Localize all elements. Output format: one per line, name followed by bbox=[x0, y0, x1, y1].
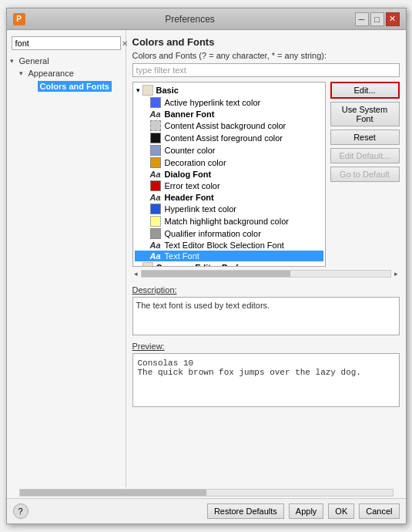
description-box: The text font is used by text editors. bbox=[132, 297, 400, 335]
preview-area: Preview: Consolas 10The quick brown fox … bbox=[132, 342, 400, 407]
title-bar: P Preferences ─ □ ✕ bbox=[7, 8, 406, 30]
group-label-basic: Basic bbox=[156, 86, 179, 95]
item-label: Text Font bbox=[165, 251, 199, 261]
ok-button[interactable]: OK bbox=[328, 503, 354, 519]
font-indicator: Aa bbox=[150, 109, 161, 119]
list-group-basic[interactable]: ▾ Basic bbox=[135, 84, 323, 96]
maximize-button[interactable]: □ bbox=[370, 12, 384, 26]
list-item[interactable]: Aa Text Editor Block Selection Font bbox=[135, 240, 323, 251]
search-input[interactable] bbox=[15, 39, 122, 48]
filter-hint: Colors and Fonts (? = any character, * =… bbox=[132, 51, 400, 60]
edit-default-button[interactable]: Edit Default... bbox=[330, 148, 400, 163]
section-title: Colors and Fonts bbox=[132, 36, 400, 48]
item-label: Active hyperlink text color bbox=[165, 98, 261, 107]
filter-input[interactable]: type filter text bbox=[132, 63, 400, 77]
reset-button[interactable]: Reset bbox=[330, 130, 400, 145]
left-panel: ✕ ▾ General ▾ Appearance Colors and Font… bbox=[7, 30, 126, 487]
color-swatch bbox=[150, 216, 161, 227]
color-swatch bbox=[150, 145, 161, 156]
list-item[interactable]: Counter color bbox=[135, 144, 323, 157]
item-label: Qualifier information color bbox=[165, 229, 261, 238]
item-label: Decoration color bbox=[165, 158, 226, 167]
item-label: Error text color bbox=[165, 181, 220, 190]
scroll-right-icon[interactable]: ▸ bbox=[393, 268, 400, 279]
color-swatch bbox=[150, 97, 161, 108]
window-controls: ─ □ ✕ bbox=[355, 12, 400, 26]
app-icon: P bbox=[13, 13, 25, 25]
colors-area: ▾ Basic Active hyperlink text color Aa bbox=[132, 82, 400, 267]
edit-button[interactable]: Edit... bbox=[330, 82, 400, 99]
bottom-buttons: ? Restore Defaults Apply OK Cancel bbox=[7, 498, 406, 524]
list-item[interactable]: Decoration color bbox=[135, 157, 323, 169]
preview-box: Consolas 10The quick brown fox jumps ove… bbox=[132, 353, 400, 407]
preview-text: Consolas 10The quick brown fox jumps ove… bbox=[138, 359, 394, 377]
action-buttons: Edit... Use System Font Reset Edit Defau… bbox=[330, 82, 400, 267]
item-label: Header Font bbox=[165, 193, 214, 202]
preferences-dialog: P Preferences ─ □ ✕ ✕ ▾ General ▾ Appe bbox=[6, 8, 407, 524]
tree-view: ▾ General ▾ Appearance Colors and Fonts bbox=[7, 53, 126, 484]
restore-scrollbar[interactable] bbox=[19, 489, 394, 497]
font-indicator: Aa bbox=[150, 193, 161, 202]
use-system-font-button[interactable]: Use System Font bbox=[330, 102, 400, 126]
color-swatch bbox=[150, 133, 161, 143]
restore-defaults-button[interactable]: Restore Defaults bbox=[207, 503, 284, 519]
right-panel: Colors and Fonts Colors and Fonts (? = a… bbox=[126, 30, 406, 487]
list-item[interactable]: Aa Dialog Font bbox=[135, 169, 323, 180]
tree-item-appearance[interactable]: ▾ Appearance bbox=[10, 67, 122, 79]
search-box: ✕ bbox=[12, 36, 121, 50]
preview-label: Preview: bbox=[132, 342, 400, 351]
restore-thumb bbox=[20, 490, 206, 496]
font-indicator: Aa bbox=[150, 170, 161, 179]
list-item-selected[interactable]: Aa Text Font bbox=[135, 251, 323, 261]
font-indicator: Aa bbox=[150, 251, 161, 261]
list-item[interactable]: Aa Banner Font bbox=[135, 109, 323, 120]
dialog-title: Preferences bbox=[25, 14, 355, 25]
close-button[interactable]: ✕ bbox=[386, 12, 400, 26]
list-group-common[interactable]: ▾ Common Editor Preferences bbox=[135, 261, 323, 267]
item-label: Content Assist foreground color bbox=[165, 133, 283, 143]
color-swatch bbox=[150, 120, 161, 131]
dialog-buttons: Restore Defaults Apply OK Cancel bbox=[207, 503, 400, 519]
list-item[interactable]: Active hyperlink text color bbox=[135, 96, 323, 109]
item-label: Counter color bbox=[165, 146, 216, 155]
apply-button[interactable]: Apply bbox=[289, 503, 324, 519]
tree-item-general[interactable]: ▾ General bbox=[10, 55, 122, 67]
item-label: Text Editor Block Selection Font bbox=[165, 241, 284, 250]
list-item[interactable]: Qualifier information color bbox=[135, 227, 323, 240]
tree-item-colors-fonts[interactable]: Colors and Fonts bbox=[10, 79, 122, 93]
item-label: Dialog Font bbox=[165, 170, 212, 179]
item-label: Content Assist background color bbox=[165, 121, 286, 130]
scroll-left-icon[interactable]: ◂ bbox=[132, 268, 139, 279]
list-item[interactable]: Error text color bbox=[135, 180, 323, 192]
restore-scroll-area bbox=[7, 487, 406, 498]
color-swatch bbox=[150, 204, 161, 214]
go-to-default-button[interactable]: Go to Default bbox=[330, 167, 400, 182]
color-swatch bbox=[150, 228, 161, 239]
color-swatch bbox=[150, 157, 161, 168]
description-text: The text font is used by text editors. bbox=[136, 301, 270, 310]
minimize-button[interactable]: ─ bbox=[355, 12, 369, 26]
list-item[interactable]: Match highlight background color bbox=[135, 215, 323, 227]
description-area: Description: The text font is used by te… bbox=[132, 285, 400, 335]
cancel-button[interactable]: Cancel bbox=[359, 503, 399, 519]
scroll-track[interactable] bbox=[141, 270, 391, 278]
main-content: ✕ ▾ General ▾ Appearance Colors and Font… bbox=[7, 30, 406, 487]
list-item[interactable]: Content Assist background color bbox=[135, 120, 323, 132]
description-label: Description: bbox=[132, 285, 400, 295]
color-swatch bbox=[150, 180, 161, 191]
font-indicator: Aa bbox=[150, 241, 161, 250]
colors-list: ▾ Basic Active hyperlink text color Aa bbox=[133, 82, 325, 267]
item-label: Banner Font bbox=[165, 109, 215, 119]
list-item[interactable]: Content Assist foreground color bbox=[135, 132, 323, 144]
item-label: Match highlight background color bbox=[165, 217, 289, 226]
item-label: Hyperlink text color bbox=[165, 204, 237, 214]
list-item[interactable]: Aa Header Font bbox=[135, 192, 323, 203]
colors-list-container: ▾ Basic Active hyperlink text color Aa bbox=[132, 82, 326, 267]
help-area: ? bbox=[13, 503, 28, 519]
help-button[interactable]: ? bbox=[13, 503, 28, 519]
horizontal-scrollbar: ◂ ▸ bbox=[132, 268, 400, 279]
list-item[interactable]: Hyperlink text color bbox=[135, 203, 323, 215]
scroll-thumb bbox=[142, 271, 291, 277]
group-label-common: Common Editor Preferences bbox=[156, 263, 271, 267]
